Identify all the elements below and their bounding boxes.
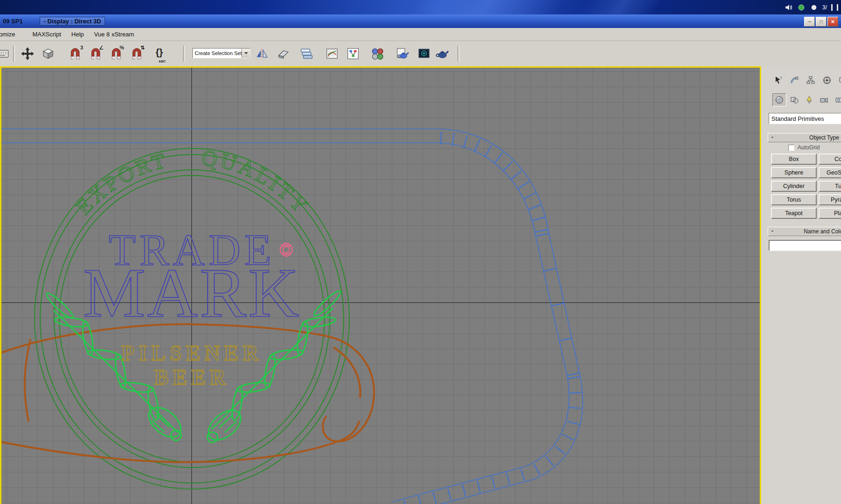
object-type-rollout-header[interactable]: - Object Type [768,133,841,142]
autogrid-label: AutoGrid [798,144,820,151]
schematic-view-icon[interactable] [346,47,360,61]
autogrid-checkbox[interactable] [788,145,794,151]
streak-decor [406,0,565,14]
braces-glyph: {} [155,47,163,57]
object-name-input[interactable] [769,240,841,251]
viewport[interactable]: EXPORT QUALITY TRADE MARK PILSENER BEER [0,66,761,504]
layer-manager-icon[interactable] [299,47,313,61]
menu-help[interactable]: Help [66,31,89,38]
status-green-icon[interactable] [797,3,806,12]
angle-badge: ∠ [99,45,104,51]
select-and-manipulate-icon[interactable] [21,47,35,61]
cylinder-button[interactable]: Cylinder [771,181,817,192]
main-toolbar: 3 ∠ % ⇅ {} ABC Create Selection Set [0,41,841,66]
titlebar[interactable]: 09 SP1 - Display : Direct 3D ─ □ ✕ [0,14,841,28]
collapse-glyph: - [771,134,773,140]
spline-artwork: EXPORT QUALITY TRADE MARK PILSENER BEER [1,68,760,504]
rollout-title: Name and Color [804,228,841,235]
tray-edge-icon [831,4,833,11]
toolbar-separator [458,46,459,62]
window-controls: ─ □ ✕ [804,17,838,27]
close-button[interactable]: ✕ [827,17,838,27]
spinner-snap-icon[interactable]: ⇅ [130,47,144,61]
angle-snap-icon[interactable]: ∠ [89,47,103,61]
arc-text-export: EXPORT [71,148,170,219]
minimize-button[interactable]: ─ [804,17,815,27]
spinner-badge: ⇅ [141,45,145,51]
volume-icon[interactable] [784,3,793,12]
percent-badge: % [120,45,124,50]
mirror-icon[interactable] [255,47,269,61]
combobox-dropdown-arrow[interactable] [241,49,250,58]
menu-bar: Customize MAXScript Help Vue 8 xStream [0,28,841,41]
toolbar-separator [13,46,15,62]
tab-modify[interactable] [787,74,802,87]
plane-button[interactable]: Plane [819,208,841,219]
rendered-frame-icon[interactable] [417,47,431,61]
rollout-title: Object Type [809,134,839,141]
abc-glyph: ABC [159,60,166,63]
desktop-top-strip: 3/ [0,0,841,14]
command-panel: Standard Primitives - Object Type AutoGr… [766,66,841,504]
tab-create[interactable] [770,74,785,87]
geosphere-button[interactable]: GeoSphere [819,167,841,178]
snap-count-badge: 3 [80,45,83,50]
pilsener-text: PILSENER [121,341,262,365]
named-selection-set-combobox[interactable]: Create Selection Set [192,48,250,58]
primitive-category-dropdown[interactable]: Standard Primitives [769,113,841,124]
menu-vue8-xstream[interactable]: Vue 8 xStream [89,31,140,38]
render-setup-icon[interactable] [396,47,410,61]
category-geometry[interactable] [772,93,786,106]
category-lights[interactable] [802,93,816,106]
system-tray: 3/ [784,0,838,14]
collapse-glyph: - [771,228,773,234]
tab-display[interactable] [836,74,841,87]
streak-decor [579,0,663,14]
align-icon[interactable] [276,47,290,61]
curve-editor-icon[interactable] [325,47,339,61]
display-driver-label: - Display : Direct 3D [40,17,106,26]
beer-text: BEER [154,365,229,389]
pyramid-button[interactable]: Pyramid [819,194,841,205]
teapot-button[interactable]: Teapot [771,208,817,219]
tube-button[interactable]: Tube [819,181,841,192]
tray-clock: 3/ [822,4,827,11]
percent-snap-icon[interactable]: % [109,47,123,61]
arc-text-quality: QUALITY [200,146,315,219]
menu-maxscript[interactable]: MAXScript [27,31,66,38]
snaps-toggle-icon[interactable]: 3 [68,47,82,61]
mark-text: MARK [83,254,301,331]
window-title: 09 SP1 [3,18,23,25]
toolbar-separator [183,46,185,62]
selection-set-value: Create Selection Set [193,50,241,56]
sphere-button[interactable]: Sphere [771,167,817,178]
keyboard-override-icon[interactable] [0,47,9,61]
name-color-rollout-header[interactable]: - Name and Color [768,227,841,236]
category-helpers[interactable] [832,93,841,106]
torus-button[interactable]: Torus [771,194,817,205]
menu-customize[interactable]: Customize [0,31,27,38]
snap-cube-icon[interactable] [41,47,55,61]
tab-motion[interactable] [820,74,834,87]
category-cameras[interactable] [817,93,831,106]
edit-named-selection-sets-icon[interactable]: {} ABC [152,47,166,61]
material-editor-icon[interactable] [370,47,384,61]
dropdown-value: Standard Primitives [771,115,824,122]
tray-edge-icon [837,4,838,11]
application-window: 3/ 09 SP1 - Display : Direct 3D ─ □ ✕ Cu… [0,0,841,504]
autogrid-row: AutoGrid [788,144,820,151]
render-production-icon[interactable] [436,47,450,61]
maximize-button[interactable]: □ [816,17,827,27]
cone-button[interactable]: Cone [819,154,841,165]
tab-hierarchy[interactable] [803,74,818,87]
box-button[interactable]: Box [771,154,817,165]
tray-app-icon[interactable] [810,3,818,12]
category-shapes[interactable] [787,93,801,106]
